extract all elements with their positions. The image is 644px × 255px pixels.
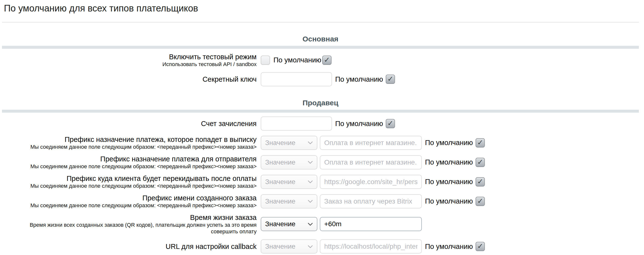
callback-url-label: URL для настройки callback [2, 242, 256, 251]
default-label: По умолчанию [425, 158, 473, 166]
statement-prefix-sublabel: Мы соединяем данное поле следующим образ… [2, 144, 256, 150]
order-lifetime-select[interactable]: Значение [261, 217, 317, 231]
statement-prefix-label: Префикс назначение платежа, которое попа… [2, 135, 256, 144]
checkmark-icon: ✓ [477, 158, 483, 166]
callback-url-default-checkbox[interactable]: ✓ [476, 242, 485, 251]
section-seller-title: Продавец [2, 98, 639, 107]
default-label: По умолчанию [335, 75, 383, 83]
order-lifetime-label: Время жизни заказа [2, 213, 256, 222]
secret-key-default-checkbox[interactable]: ✓ [386, 75, 395, 84]
sender-prefix-label: Префикс назначение платежа для отправите… [2, 155, 256, 163]
redirect-prefix-sublabel: Мы соединяем данное поле следующим образ… [2, 183, 256, 189]
order-lifetime-sublabel: Время жизни всех созданных заказов (QR к… [2, 222, 256, 235]
test-mode-default-checkbox[interactable]: ✓ [322, 56, 332, 65]
chevron-down-icon [308, 200, 313, 203]
chevron-down-icon [308, 161, 313, 164]
default-label: По умолчанию [425, 243, 473, 251]
redirect-prefix-default-checkbox[interactable]: ✓ [476, 177, 485, 187]
select-value: Значение [265, 139, 296, 147]
section-seller: Продавец Счет зачисления По умолчанию ✓ [2, 98, 639, 254]
default-label: По умолчанию [425, 197, 473, 205]
account-label: Счет зачисления [2, 119, 256, 128]
account-default-checkbox[interactable]: ✓ [386, 119, 395, 128]
title-divider [2, 22, 639, 22]
redirect-prefix-label: Префикс куда клиента будет перекидывать … [2, 174, 256, 183]
select-value: Значение [265, 198, 296, 205]
checkmark-icon: ✓ [388, 120, 394, 127]
select-value: Значение [265, 243, 296, 250]
default-label: По умолчанию [274, 56, 321, 64]
statement-prefix-input[interactable] [320, 136, 422, 150]
account-input[interactable] [261, 117, 332, 131]
select-value: Значение [265, 178, 296, 186]
select-value: Значение [265, 158, 296, 166]
sender-prefix-sublabel: Мы соединяем данное поле следующим образ… [2, 163, 256, 170]
chevron-down-icon [308, 180, 313, 183]
row-sender-prefix: Префикс назначение платежа для отправите… [2, 155, 639, 170]
chevron-down-icon [308, 141, 313, 144]
default-label: По умолчанию [425, 139, 473, 147]
row-order-lifetime: Время жизни заказа Время жизни всех созд… [2, 213, 639, 235]
sender-prefix-select[interactable]: Значение [261, 155, 317, 169]
row-callback-url: URL для настройки callback Значение По у… [2, 240, 639, 254]
checkmark-icon: ✓ [477, 139, 483, 146]
section-main-title: Основная [2, 35, 639, 43]
test-mode-checkbox[interactable] [261, 56, 270, 65]
row-test-mode: Включить тестовый режим Использовать тес… [2, 53, 639, 67]
row-secret-key: Секретный ключ По умолчанию ✓ [2, 72, 639, 86]
sender-prefix-default-checkbox[interactable]: ✓ [476, 158, 485, 167]
section-main: Основная Включить тестовый режим Использ… [2, 35, 639, 86]
order-name-prefix-default-checkbox[interactable]: ✓ [476, 197, 485, 206]
select-value: Значение [265, 220, 296, 228]
test-mode-label: Включить тестовый режим [2, 53, 256, 61]
redirect-prefix-input[interactable] [320, 175, 422, 189]
sender-prefix-input[interactable] [320, 155, 422, 169]
order-name-prefix-label: Префикс имени созданного заказа [2, 194, 256, 202]
checkmark-icon: ✓ [324, 56, 330, 64]
order-name-prefix-sublabel: Мы соединяем данное поле следующим образ… [2, 202, 256, 209]
redirect-prefix-select[interactable]: Значение [261, 175, 317, 189]
order-lifetime-input[interactable] [320, 217, 422, 231]
checkmark-icon: ✓ [477, 198, 483, 205]
row-statement-prefix: Префикс назначение платежа, которое попа… [2, 135, 639, 150]
secret-key-input[interactable] [261, 72, 332, 86]
order-name-prefix-select[interactable]: Значение [261, 194, 317, 209]
chevron-down-icon [308, 245, 313, 248]
settings-page: По умолчанию для всех типов плательщиков… [0, 0, 644, 254]
page-title: По умолчанию для всех типов плательщиков [2, 2, 639, 14]
statement-prefix-select[interactable]: Значение [261, 136, 317, 150]
checkmark-icon: ✓ [388, 75, 394, 83]
secret-key-label: Секретный ключ [2, 75, 256, 83]
default-label: По умолчанию [425, 178, 473, 186]
callback-url-input[interactable] [320, 240, 422, 254]
section-main-bar [2, 46, 639, 49]
chevron-down-icon [308, 223, 313, 226]
statement-prefix-default-checkbox[interactable]: ✓ [476, 138, 485, 148]
test-mode-sublabel: Использовать тестовый API / sandbox [2, 61, 256, 67]
row-order-name-prefix: Префикс имени созданного заказа Мы соеди… [2, 194, 639, 209]
row-account: Счет зачисления По умолчанию ✓ [2, 117, 639, 131]
checkmark-icon: ✓ [477, 243, 483, 250]
order-name-prefix-input[interactable] [320, 194, 422, 209]
section-seller-bar [2, 110, 639, 113]
checkmark-icon: ✓ [477, 178, 483, 185]
row-redirect-prefix: Префикс куда клиента будет перекидывать … [2, 174, 639, 189]
callback-url-select[interactable]: Значение [261, 240, 317, 254]
default-label: По умолчанию [335, 120, 383, 128]
